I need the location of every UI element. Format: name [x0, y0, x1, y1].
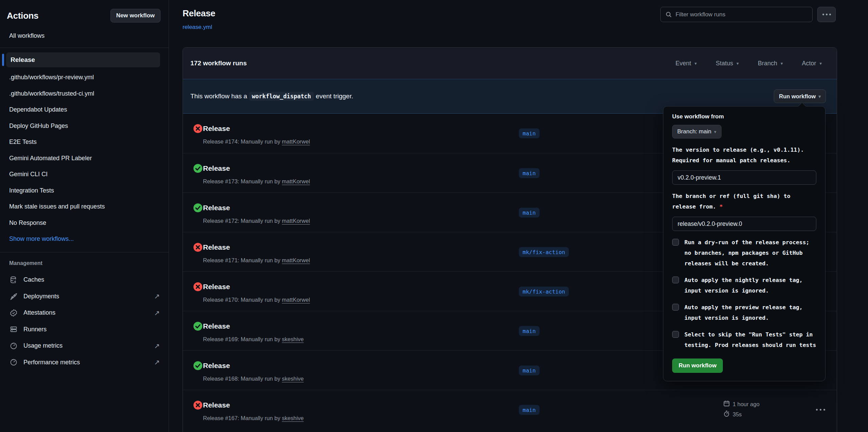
- run-title-link[interactable]: Release: [203, 163, 230, 173]
- filter-branch[interactable]: Branch▾: [758, 60, 783, 67]
- failure-x-icon: [193, 242, 203, 252]
- search-input[interactable]: [676, 11, 807, 18]
- sidebar-item-label: Caches: [23, 276, 44, 283]
- sidebar-item-all-workflows[interactable]: All workflows: [0, 29, 169, 43]
- ref-input[interactable]: [672, 217, 816, 231]
- sidebar-item-usage-metrics[interactable]: Usage metrics↗: [0, 338, 169, 354]
- run-title-link[interactable]: Release: [203, 282, 230, 292]
- server-icon: [9, 325, 18, 334]
- sidebar-item-workflow-1[interactable]: .github/workflows/trusted-ci.yml: [0, 86, 169, 102]
- checkbox[interactable]: [672, 304, 679, 311]
- sidebar-item-workflow-7[interactable]: Integration Tests: [0, 183, 169, 199]
- checkbox[interactable]: [672, 239, 679, 246]
- runs-count: 172 workflow runs: [190, 60, 247, 67]
- run-title-link[interactable]: Release: [203, 361, 230, 371]
- meter-icon: [9, 358, 18, 367]
- workflow-options-kebab-button[interactable]: [817, 7, 836, 22]
- success-check-icon: [193, 163, 203, 173]
- run-title-link[interactable]: Release: [203, 123, 230, 134]
- ref-input-label: The branch or ref (full git sha) to rele…: [672, 191, 816, 212]
- sidebar-item-workflow-6[interactable]: Gemini CLI CI: [0, 166, 169, 183]
- chevron-down-icon: ▾: [714, 129, 716, 134]
- chevron-down-icon: ▾: [819, 61, 822, 66]
- filter-status[interactable]: Status▾: [716, 60, 739, 67]
- actor-link[interactable]: mattKorwel: [282, 138, 310, 145]
- filter-actor[interactable]: Actor▾: [802, 60, 822, 67]
- panel-checkbox-row-2: Auto apply the preview release tag, inpu…: [672, 302, 816, 323]
- branch-selector-button[interactable]: Branch: main ▾: [672, 125, 721, 138]
- kebab-icon: [822, 14, 831, 15]
- branch-badge[interactable]: mk/fix-action: [519, 247, 569, 257]
- version-input-label: The version to release (e.g., v0.1.11). …: [672, 145, 816, 166]
- calendar-icon: [723, 400, 730, 408]
- runs-list-header: 172 workflow runs Event▾Status▾Branch▾Ac…: [183, 48, 837, 79]
- actor-link[interactable]: mattKorwel: [282, 297, 310, 303]
- show-more-workflows-link[interactable]: Show more workflows...: [0, 231, 169, 247]
- branch-badge[interactable]: main: [519, 326, 540, 336]
- new-workflow-button[interactable]: New workflow: [110, 9, 160, 22]
- failure-x-icon: [193, 282, 203, 292]
- branch-badge[interactable]: main: [519, 168, 540, 178]
- run-workflow-dropdown-button[interactable]: Run workflow ▾: [774, 89, 826, 103]
- actor-link[interactable]: skeshive: [282, 415, 304, 421]
- actor-link[interactable]: mattKorwel: [282, 257, 310, 263]
- checkbox-label[interactable]: Run a dry-run of the release process; no…: [684, 237, 816, 269]
- checkbox[interactable]: [672, 277, 679, 283]
- database-icon: [9, 276, 18, 284]
- sidebar-item-workflow-0[interactable]: .github/workflows/pr-review.yml: [0, 69, 169, 86]
- checkbox-label[interactable]: Select to skip the "Run Tests" step in t…: [684, 329, 816, 350]
- chevron-down-icon: ▾: [781, 61, 783, 66]
- sidebar-item-caches[interactable]: Caches: [0, 272, 169, 288]
- panel-heading: Use workflow from: [672, 113, 816, 120]
- sidebar-item-runners[interactable]: Runners: [0, 321, 169, 338]
- sidebar-item-performance-metrics[interactable]: Performance metrics↗: [0, 354, 169, 371]
- sidebar-divider: [0, 252, 169, 252]
- sidebar-item-workflow-8[interactable]: Mark stale issues and pull requests: [0, 199, 169, 215]
- panel-checkbox-group: Run a dry-run of the release process; no…: [672, 237, 816, 350]
- branch-badge[interactable]: main: [519, 365, 540, 375]
- chevron-down-icon: ▾: [818, 94, 821, 99]
- run-title-link[interactable]: Release: [203, 242, 230, 252]
- checkbox-label[interactable]: Auto apply the nightly release tag, inpu…: [684, 275, 816, 296]
- run-subtitle: Release #170: Manually run by mattKorwel: [203, 296, 310, 304]
- branch-badge[interactable]: main: [519, 405, 540, 415]
- filter-runs-searchbox[interactable]: [660, 7, 813, 22]
- run-subtitle: Release #174: Manually run by mattKorwel: [203, 137, 310, 146]
- sidebar-item-workflow-3[interactable]: Deploy GitHub Pages: [0, 118, 169, 134]
- filter-event[interactable]: Event▾: [676, 60, 697, 67]
- sidebar-item-release-selected[interactable]: Release: [6, 52, 160, 67]
- failure-x-icon: [193, 123, 203, 134]
- sidebar-item-workflow-5[interactable]: Gemini Automated PR Labeler: [0, 150, 169, 167]
- sidebar-item-deployments[interactable]: Deployments↗: [0, 288, 169, 305]
- branch-badge[interactable]: main: [519, 207, 540, 217]
- meter-icon: [9, 342, 18, 350]
- external-link-icon: ↗: [154, 309, 160, 317]
- checkbox-label[interactable]: Auto apply the preview release tag, inpu…: [684, 302, 816, 323]
- management-list: CachesDeployments↗Attestations↗RunnersUs…: [0, 272, 169, 371]
- branch-badge[interactable]: mk/fix-action: [519, 286, 569, 296]
- workflow-file-link[interactable]: release.yml: [183, 24, 212, 31]
- banner-text-prefix: This workflow has a: [190, 93, 247, 100]
- run-workflow-submit-button[interactable]: Run workflow: [672, 359, 723, 373]
- sidebar-item-attestations[interactable]: Attestations↗: [0, 305, 169, 321]
- management-section-label: Management: [9, 257, 169, 269]
- actor-link[interactable]: skeshive: [282, 336, 304, 342]
- checkbox[interactable]: [672, 331, 679, 338]
- chevron-down-icon: ▾: [736, 61, 739, 66]
- run-title-link[interactable]: Release: [203, 203, 230, 213]
- search-icon: [665, 11, 672, 18]
- branch-badge[interactable]: main: [519, 129, 540, 138]
- run-options-kebab-button[interactable]: [813, 404, 828, 416]
- run-meta: 1 hour ago35s: [723, 399, 760, 419]
- actor-link[interactable]: skeshive: [282, 376, 304, 382]
- sidebar-item-workflow-2[interactable]: Dependabot Updates: [0, 102, 169, 118]
- rocket-icon: [9, 292, 18, 301]
- sidebar-item-workflow-9[interactable]: No Response: [0, 215, 169, 231]
- version-input[interactable]: [672, 170, 816, 185]
- page-title: Release: [183, 8, 215, 19]
- actor-link[interactable]: mattKorwel: [282, 218, 310, 224]
- actor-link[interactable]: mattKorwel: [282, 178, 310, 184]
- run-title-link[interactable]: Release: [203, 400, 230, 410]
- sidebar-item-workflow-4[interactable]: E2E Tests: [0, 134, 169, 150]
- run-title-link[interactable]: Release: [203, 321, 230, 331]
